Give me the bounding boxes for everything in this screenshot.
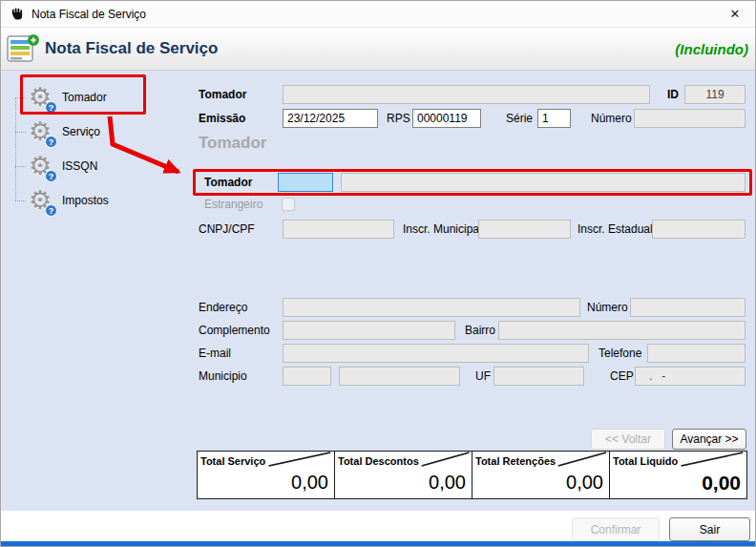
total-servico-label: Total Serviço — [200, 455, 265, 467]
tomador-top-field — [283, 85, 650, 104]
question-badge-icon: ? — [45, 136, 57, 148]
voltar-button: << Voltar — [591, 429, 665, 450]
numero-top-field — [634, 109, 746, 128]
estrangeiro-checkbox — [282, 198, 295, 211]
inscr-municipal-field — [478, 220, 571, 239]
gear-icon: ⚙ ? — [26, 83, 54, 112]
avancar-button[interactable]: Avançar >> — [672, 429, 746, 450]
telefone-field — [647, 344, 746, 363]
total-liquido-value: 0,00 — [610, 467, 746, 498]
uf-field — [494, 367, 584, 386]
diagonal-divider — [556, 452, 609, 467]
total-descontos-box: Total Descontos 0,00 — [334, 451, 472, 499]
municipio-code-field — [283, 367, 331, 386]
municipio-name-field — [339, 367, 460, 386]
sair-button[interactable]: Sair — [669, 517, 750, 541]
emissao-field[interactable] — [283, 109, 378, 128]
mode-indicator: (Incluindo) — [675, 41, 748, 57]
accent-bar — [1, 541, 755, 546]
emissao-label: Emissão — [199, 109, 245, 128]
endereco-label: Endereço — [199, 298, 247, 317]
uf-label: UF — [475, 367, 491, 386]
cep-field — [635, 367, 746, 386]
total-liquido-label: Total Liquido — [613, 455, 678, 467]
total-retencoes-label: Total Retenções — [475, 455, 556, 467]
inscr-estadual-field — [652, 220, 746, 239]
tomador-label: Tomador — [204, 173, 252, 192]
inscr-estadual-label: Inscr. Estadual — [578, 220, 653, 239]
sidebar-item-impostos[interactable]: ⚙ ? Impostos — [26, 184, 109, 217]
bairro-field — [498, 321, 746, 340]
confirmar-button: Confirmar — [572, 517, 660, 541]
sidebar-item-tomador[interactable]: ⚙ ? Tomador — [26, 81, 107, 114]
tree-stub — [15, 97, 26, 98]
tomador-code-field[interactable] — [278, 173, 333, 192]
cnpj-cpf-label: CNPJ/CPF — [199, 220, 255, 239]
total-descontos-label: Total Descontos — [338, 455, 419, 467]
total-servico-value: 0,00 — [198, 467, 334, 498]
telefone-label: Telefone — [598, 344, 641, 363]
diagonal-divider — [419, 452, 472, 467]
page-title: Nota Fiscal de Serviço — [45, 39, 218, 58]
numero-top-label: Número — [591, 109, 632, 128]
window-title: Nota Fiscal de Serviço — [32, 8, 146, 21]
endereco-field — [283, 298, 580, 317]
dialog-window: Nota Fiscal de Serviço ✕ Nota Fiscal de … — [0, 0, 756, 547]
email-field — [283, 344, 589, 363]
question-badge-icon: ? — [45, 204, 57, 217]
gear-icon: ⚙ ? — [26, 186, 54, 215]
tree-line — [15, 97, 16, 200]
section-title: Tomador — [199, 134, 266, 153]
diagonal-divider — [678, 452, 746, 467]
sidebar-item-servico[interactable]: ⚙ ? Serviço — [26, 116, 100, 148]
rps-label: RPS — [387, 109, 410, 128]
tree-stub — [15, 200, 26, 201]
cnpj-cpf-field — [283, 220, 394, 239]
inscr-municipal-label: Inscr. Municipal — [403, 220, 482, 239]
sidebar-item-label: ISSQN — [62, 159, 97, 173]
tree-stub — [15, 166, 26, 167]
hand-icon — [10, 7, 24, 21]
tomador-name-field — [341, 173, 746, 192]
app-icon — [6, 32, 41, 69]
bairro-label: Bairro — [465, 321, 495, 340]
sidebar-item-label: Tomador — [62, 91, 107, 104]
total-retencoes-value: 0,00 — [472, 467, 609, 498]
total-retencoes-box: Total Retenções 0,00 — [472, 451, 610, 499]
numero-endereco-field — [630, 298, 746, 317]
sidebar-item-label: Impostos — [62, 194, 109, 207]
close-button[interactable]: ✕ — [715, 1, 755, 27]
email-label: E-mail — [199, 344, 231, 363]
total-servico-box: Total Serviço 0,00 — [197, 451, 335, 499]
municipio-label: Municipio — [199, 367, 247, 386]
question-badge-icon: ? — [45, 101, 57, 114]
complemento-label: Complemento — [199, 321, 270, 340]
tomador-top-label: Tomador — [199, 85, 246, 104]
rps-field[interactable] — [412, 109, 481, 128]
total-liquido-box: Total Liquido 0,00 — [609, 451, 747, 499]
sidebar-item-issqn[interactable]: ⚙ ? ISSQN — [26, 150, 97, 182]
numero-endereco-label: Número — [587, 298, 628, 317]
serie-label: Série — [506, 109, 533, 128]
estrangeiro-label: Estrangeiro — [204, 195, 262, 214]
gear-icon: ⚙ ? — [26, 152, 54, 180]
question-badge-icon: ? — [45, 170, 57, 182]
totals-bar: Total Serviço 0,00 Total Descontos 0,00 … — [197, 451, 747, 499]
complemento-field — [283, 321, 455, 340]
serie-field[interactable] — [537, 109, 571, 128]
sidebar-item-label: Serviço — [62, 125, 100, 138]
id-field — [684, 85, 746, 104]
total-descontos-value: 0,00 — [335, 467, 472, 498]
tree-stub — [15, 132, 26, 133]
title-bar: Nota Fiscal de Serviço ✕ — [1, 1, 755, 28]
cep-label: CEP — [610, 367, 634, 386]
id-label: ID — [667, 85, 679, 104]
gear-icon: ⚙ ? — [26, 117, 54, 146]
diagonal-divider — [265, 452, 334, 467]
